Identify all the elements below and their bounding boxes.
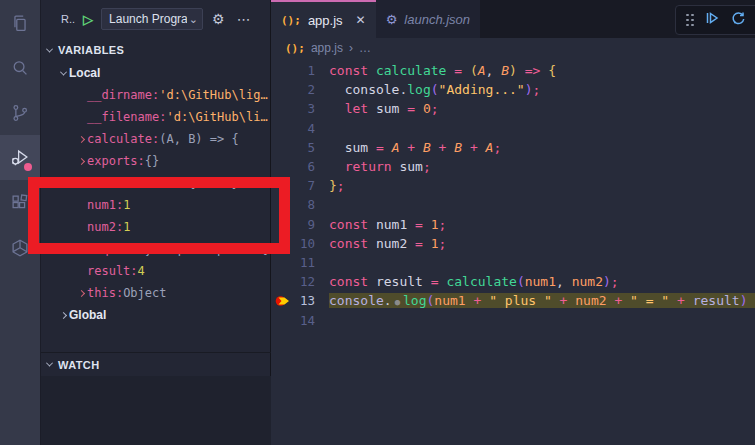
tab-label: app.js [308,13,343,28]
gear-icon[interactable]: ⚙ [209,11,228,27]
breadcrumb-tail[interactable]: … [359,41,371,55]
variable-value: 'd:\GitHub\li… [166,110,267,124]
variable-value: Object [123,286,166,300]
code-line-6[interactable]: 6 return sum; [271,157,755,176]
javascript-file-icon: (); [281,14,301,27]
variable-row-calculate[interactable]: calculate: (A, B) => { [41,128,270,150]
drag-handle-icon[interactable] [686,14,694,27]
editor-group: (); app.js ✕ ⚙ launch.json (); app.js [270,0,755,445]
line-number[interactable]: 13 [291,293,315,308]
explorer-icon[interactable] [0,0,40,45]
code-text: sum = A + B + B + A; [329,140,501,155]
line-number[interactable]: 8 [291,197,315,212]
code-text: const calculate = (A, B) => { [329,63,556,78]
variable-name: result: [87,264,138,278]
line-number[interactable]: 14 [291,313,315,328]
code-line-11[interactable]: 11 [271,253,755,272]
chevron-down-icon[interactable] [57,71,69,76]
line-number[interactable]: 2 [291,82,315,97]
line-number[interactable]: 5 [291,140,315,155]
line-number[interactable]: 10 [291,236,315,251]
variables-section-title: VARIABLES [58,44,124,56]
code-line-3[interactable]: 3 let sum = 0; [271,99,755,118]
restart-icon[interactable] [730,10,746,30]
chevron-right-icon[interactable] [57,313,69,318]
launch-config-label: Launch Progra [109,12,187,26]
debug-badge [24,163,32,171]
line-number[interactable]: 1 [291,63,315,78]
line-number[interactable]: 6 [291,159,315,174]
code-line-14[interactable]: 14 [271,310,755,329]
watch-section-header[interactable]: WATCH [41,352,271,376]
line-number[interactable]: 3 [291,101,315,116]
line-number[interactable]: 4 [291,121,315,136]
breadcrumb-file[interactable]: app.js [311,41,343,55]
variable-row-this[interactable]: this: Object [41,282,270,304]
variable-name: __filename: [87,110,166,124]
launch-config-file-icon: ⚙ [386,12,398,27]
start-debug-icon[interactable]: ▷ [81,12,95,27]
vscode-window: R.. ▷ Launch Progra ⌄ ⚙ ⋯ VARIABLES Loca… [0,0,755,445]
variable-name: this: [87,286,123,300]
debug-toolbar [675,5,755,35]
step-into-icon[interactable] [704,10,720,30]
scope-label: Global [69,308,106,322]
annotation-rectangle [28,177,290,254]
code-line-4[interactable]: 4 [271,119,755,138]
code-line-8[interactable]: 8 [271,195,755,214]
code-text: let sum = 0; [329,101,439,116]
code-text: console.log("Adding..."); [329,82,540,97]
more-actions-icon[interactable]: ⋯ [234,11,254,27]
code-line-12[interactable]: 12const result = calculate(num1, num2); [271,272,755,291]
source-control-icon[interactable] [0,90,40,135]
tab-app-js[interactable]: (); app.js ✕ [271,0,376,38]
run-and-debug-icon[interactable] [0,135,40,180]
line-number[interactable]: 12 [291,274,315,289]
code-line-10[interactable]: 10const num2 = 1; [271,234,755,253]
chevron-down-icon [46,45,53,52]
breakpoint-current-line-icon[interactable] [271,294,291,308]
panel-title: R.. [61,13,75,25]
variable-row-Local[interactable]: Local [41,62,270,84]
code-line-9[interactable]: 9const num1 = 1; [271,215,755,234]
code-text: console.●log(num1 + " plus " + num2 + " … [329,293,755,308]
tab-label: launch.json [404,12,470,27]
search-icon[interactable] [0,45,40,90]
code-text: const result = calculate(num1, num2); [329,274,619,289]
code-area: 1const calculate = (A, B) => {2 console.… [271,58,755,330]
chevron-right-icon[interactable] [75,291,87,296]
code-text: const num1 = 1; [329,217,446,232]
code-line-7[interactable]: 7}; [271,176,755,195]
close-icon[interactable]: ✕ [356,13,366,27]
code-line-2[interactable]: 2 console.log("Adding..."); [271,80,755,99]
variable-name: __dirname: [87,88,159,102]
chevron-right-icon[interactable] [75,137,87,142]
variable-name: calculate: [87,132,159,146]
code-line-13[interactable]: 13console.●log(num1 + " plus " + num2 + … [271,291,755,310]
variable-row-__filename[interactable]: __filename: 'd:\GitHub\li… [41,106,270,128]
variable-row-result[interactable]: result: 4 [41,260,270,282]
tab-launch-json[interactable]: ⚙ launch.json [376,0,480,38]
code-line-5[interactable]: 5 sum = A + B + B + A; [271,138,755,157]
variable-value: (A, B) => { [159,132,238,146]
breadcrumb[interactable]: (); app.js › … [271,38,755,58]
variable-row-Global[interactable]: Global [41,304,270,326]
tab-bar: (); app.js ✕ ⚙ launch.json [271,0,755,38]
code-text: return sum; [329,159,431,174]
variable-value: 4 [138,264,145,278]
watch-section-title: WATCH [58,359,100,371]
line-number[interactable]: 11 [291,255,315,270]
code-text: }; [329,178,345,193]
line-number[interactable]: 7 [291,178,315,193]
debug-panel-toolbar: R.. ▷ Launch Progra ⌄ ⚙ ⋯ [41,0,270,38]
code-line-1[interactable]: 1const calculate = (A, B) => { [271,61,755,80]
variables-section-header[interactable]: VARIABLES [41,38,270,62]
launch-config-dropdown[interactable]: Launch Progra ⌄ [101,8,203,30]
line-number[interactable]: 9 [291,217,315,232]
inline-breakpoint-icon: ● [395,297,400,307]
variable-row-__dirname[interactable]: __dirname: 'd:\GitHub\lig… [41,84,270,106]
chevron-right-icon[interactable] [75,159,87,164]
variable-row-exports[interactable]: exports: {} [41,150,270,172]
variable-value: 'd:\GitHub\lig… [159,88,267,102]
breadcrumb-separator: › [349,41,353,55]
